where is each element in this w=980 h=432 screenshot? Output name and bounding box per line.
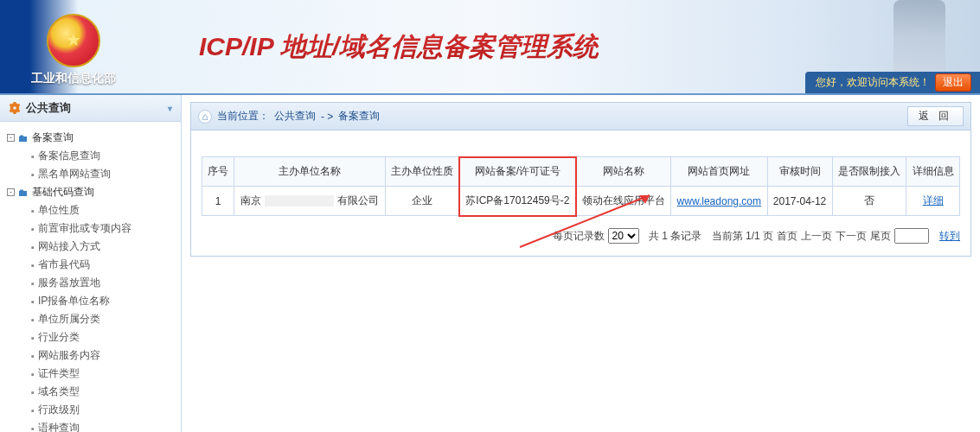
folder-icon: 🖿 — [18, 187, 29, 199]
main-content: ⌂ 当前位置： 公共查询 - > 备案查询 返 回 序号主办单位名称主办单位性质… — [182, 95, 980, 432]
page-icon: ▪ — [31, 151, 35, 162]
page-icon: ▪ — [31, 405, 35, 416]
page-icon: ▪ — [31, 260, 35, 270]
tree-node-child[interactable]: ▪ 语种查询 — [7, 419, 177, 432]
per-page-label: 每页记录数 — [553, 229, 605, 244]
breadcrumb: ⌂ 当前位置： 公共查询 - > 备案查询 返 回 — [190, 102, 971, 130]
tree-node-child[interactable]: ▪ 前置审批或专项内容 — [7, 219, 177, 238]
page-icon: ▪ — [31, 169, 35, 180]
header: 工业和信息化部 ICP/IP 地址/域名信息备案管理系统 您好，欢迎访问本系统！… — [0, 0, 980, 95]
tree-label: 省市县代码 — [38, 257, 90, 272]
page-icon: ▪ — [31, 314, 35, 325]
page-icon: ▪ — [31, 278, 35, 289]
sidebar-header[interactable]: 公共查询 ▾ — [0, 95, 181, 122]
tree-label: 单位性质 — [38, 203, 80, 218]
pager-first[interactable]: 首页 — [777, 229, 797, 244]
results-panel: 序号主办单位名称主办单位性质网站备案/许可证号网站名称网站首页网址审核时间是否限… — [190, 130, 971, 257]
tree-label: 网站服务内容 — [38, 348, 100, 363]
tree-node-child[interactable]: ▪ IP报备单位名称 — [7, 292, 177, 310]
col-header: 序号 — [202, 157, 234, 187]
cell-seq: 1 — [202, 187, 234, 216]
tree-label: 行业分类 — [38, 330, 80, 345]
col-header: 网站名称 — [576, 157, 671, 187]
pager-last[interactable]: 尾页 — [870, 229, 891, 244]
tree-node-child[interactable]: ▪ 证件类型 — [7, 365, 177, 383]
pager-prev[interactable]: 上一页 — [801, 229, 832, 244]
pager: 每页记录数 20 共 1 条记录 当前第 1/1 页 首页 上一页 下一页 尾页… — [202, 228, 960, 244]
tree-label: 单位所属分类 — [38, 312, 100, 327]
tree-label: 前置审批或专项内容 — [38, 221, 131, 236]
tree-node-child[interactable]: ▪ 单位所属分类 — [7, 310, 177, 328]
tree-node-parent[interactable]: - 🖿 备案查询 — [7, 129, 177, 147]
col-header: 主办单位名称 — [234, 157, 386, 187]
back-button[interactable]: 返 回 — [907, 106, 964, 126]
exit-button[interactable]: 退出 — [935, 73, 971, 92]
tree-node-child[interactable]: ▪ 域名类型 — [7, 383, 177, 401]
sidebar: 公共查询 ▾ - 🖿 备案查询▪ 备案信息查询▪ 黑名单网站查询- 🖿 基础代码… — [0, 95, 182, 432]
col-header: 网站首页网址 — [671, 157, 767, 187]
page-icon: ▪ — [31, 333, 35, 343]
tree-node-parent[interactable]: - 🖿 基础代码查询 — [7, 183, 177, 201]
tree-node-child[interactable]: ▪ 行政级别 — [7, 401, 177, 419]
nav-tree: - 🖿 备案查询▪ 备案信息查询▪ 黑名单网站查询- 🖿 基础代码查询▪ 单位性… — [0, 122, 181, 432]
tree-label: 语种查询 — [38, 421, 80, 432]
page-icon: ▪ — [31, 296, 35, 307]
page-label: 当前第 1/1 页 — [712, 229, 773, 244]
tree-toggle-icon[interactable]: - — [7, 134, 15, 142]
emblem-area: 工业和信息化部 — [0, 7, 147, 86]
cell-sponsor: 南京有限公司 — [234, 187, 386, 216]
pager-next[interactable]: 下一页 — [836, 229, 867, 244]
goto-input[interactable] — [894, 228, 929, 244]
cell-nature: 企业 — [385, 187, 459, 216]
page-icon: ▪ — [31, 369, 35, 379]
tree-node-child[interactable]: ▪ 备案信息查询 — [7, 147, 177, 165]
folder-icon: 🖿 — [18, 132, 29, 144]
page-icon: ▪ — [31, 206, 35, 216]
welcome-text: 您好，欢迎访问本系统！ — [816, 75, 930, 90]
breadcrumb-sep: - > — [321, 111, 333, 123]
tree-label: 行政级别 — [38, 403, 80, 417]
tree-node-child[interactable]: ▪ 单位性质 — [7, 201, 177, 219]
sidebar-title: 公共查询 — [26, 100, 71, 116]
col-header: 详细信息 — [906, 157, 960, 187]
national-emblem-icon — [47, 14, 100, 67]
home-icon[interactable]: ⌂ — [198, 110, 212, 124]
redacted-block — [265, 195, 334, 206]
tree-node-child[interactable]: ▪ 网站接入方式 — [7, 238, 177, 256]
cell-sitename: 领动在线应用平台 — [576, 187, 671, 216]
breadcrumb-path1[interactable]: 公共查询 — [274, 109, 316, 124]
system-title: ICP/IP 地址/域名信息备案管理系统 — [199, 29, 599, 65]
site-url-link[interactable]: www.leadong.com — [677, 195, 761, 207]
tree-node-child[interactable]: ▪ 黑名单网站查询 — [7, 165, 177, 183]
page-icon: ▪ — [31, 224, 35, 234]
tree-node-child[interactable]: ▪ 行业分类 — [7, 328, 177, 346]
detail-link[interactable]: 详细 — [923, 194, 944, 206]
tree-node-child[interactable]: ▪ 网站服务内容 — [7, 346, 177, 365]
chevron-down-icon: ▾ — [168, 104, 172, 113]
page-icon: ▪ — [31, 387, 35, 397]
table-row: 1 南京有限公司 企业 苏ICP备17012459号-2 领动在线应用平台 ww… — [202, 187, 960, 216]
page-icon: ▪ — [31, 423, 35, 433]
gear-icon — [9, 102, 21, 114]
tree-node-child[interactable]: ▪ 服务器放置地 — [7, 274, 177, 292]
goto-link[interactable]: 转到 — [939, 229, 960, 244]
tree-label: 网站接入方式 — [38, 239, 100, 254]
tree-label: 基础代码查询 — [32, 185, 94, 200]
breadcrumb-path2[interactable]: 备案查询 — [338, 109, 380, 124]
cell-url: www.leadong.com — [671, 187, 767, 216]
tree-label: 域名类型 — [38, 384, 80, 399]
page-icon: ▪ — [31, 351, 35, 361]
page-icon: ▪ — [31, 242, 35, 252]
tree-label: 证件类型 — [38, 366, 80, 381]
col-header: 主办单位性质 — [385, 157, 459, 187]
tree-node-child[interactable]: ▪ 省市县代码 — [7, 256, 177, 274]
cell-detail: 详细 — [906, 187, 960, 216]
tree-label: 服务器放置地 — [38, 276, 100, 290]
col-header: 审核时间 — [767, 157, 832, 187]
col-header: 是否限制接入 — [832, 157, 906, 187]
cell-restricted: 否 — [832, 187, 906, 216]
tree-label: IP报备单位名称 — [38, 294, 110, 308]
per-page-select[interactable]: 20 — [608, 228, 639, 244]
tree-toggle-icon[interactable]: - — [7, 188, 15, 196]
cell-license: 苏ICP备17012459号-2 — [459, 187, 575, 216]
